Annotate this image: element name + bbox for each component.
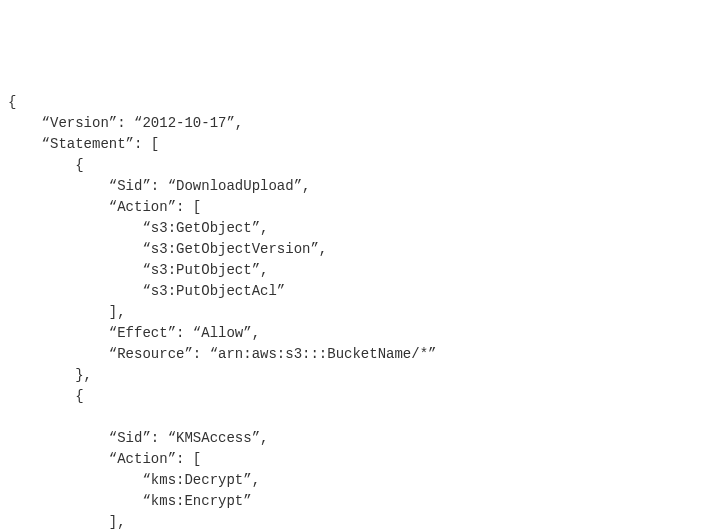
code-line: {	[8, 94, 16, 110]
code-line: “s3:PutObjectAcl”	[8, 283, 285, 299]
code-line: “Action”: [	[8, 199, 201, 215]
code-line: “kms:Decrypt”,	[8, 472, 260, 488]
code-line: “kms:Encrypt”	[8, 493, 252, 509]
code-line: “Sid”: “DownloadUpload”,	[8, 178, 310, 194]
code-line: “Resource”: “arn:aws:s3:::BucketName/*”	[8, 346, 436, 362]
code-line: “Statement”: [	[8, 136, 159, 152]
code-line: “Effect”: “Allow”,	[8, 325, 260, 341]
code-line: “Version”: “2012-10-17”,	[8, 115, 243, 131]
code-line: {	[8, 388, 84, 404]
iam-policy-code-block: { “Version”: “2012-10-17”, “Statement”: …	[8, 92, 694, 531]
code-line: ],	[8, 304, 126, 320]
code-line: “s3:PutObject”,	[8, 262, 268, 278]
code-line: “Sid”: “KMSAccess”,	[8, 430, 268, 446]
code-line: “Action”: [	[8, 451, 201, 467]
code-line: {	[8, 157, 84, 173]
code-line: “s3:GetObjectVersion”,	[8, 241, 327, 257]
code-line: ],	[8, 514, 126, 530]
code-line: },	[8, 367, 92, 383]
code-line: “s3:GetObject”,	[8, 220, 268, 236]
